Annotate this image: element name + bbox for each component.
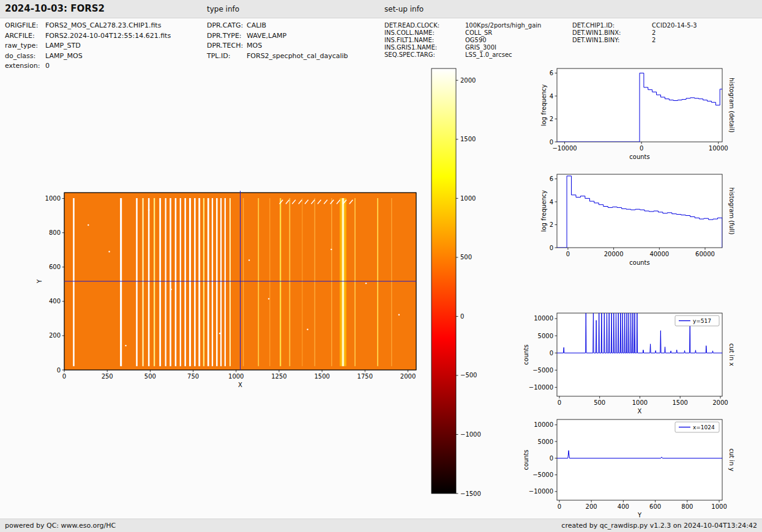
- svg-text:20000: 20000: [604, 251, 624, 257]
- svg-text:1500: 1500: [460, 136, 476, 142]
- chart-colorbar: 2000150010005000−500−1000−1500: [431, 68, 481, 497]
- svg-text:10000: 10000: [534, 315, 553, 322]
- svg-text:−5000: −5000: [532, 367, 553, 374]
- svg-text:0: 0: [566, 251, 570, 257]
- svg-text:−10000: −10000: [529, 488, 553, 495]
- svg-text:−500: −500: [460, 372, 477, 379]
- svg-text:250: 250: [102, 373, 113, 380]
- svg-text:0: 0: [550, 350, 553, 357]
- svg-text:5000: 5000: [538, 333, 553, 339]
- svg-text:2: 2: [550, 221, 553, 228]
- svg-text:2000: 2000: [712, 399, 728, 406]
- svg-text:Y: Y: [637, 512, 642, 519]
- svg-text:1000: 1000: [632, 399, 648, 406]
- svg-text:4: 4: [550, 199, 553, 205]
- svg-text:histogram (detail): histogram (detail): [728, 78, 735, 133]
- svg-text:X: X: [238, 382, 242, 388]
- svg-text:6: 6: [550, 175, 553, 182]
- svg-text:5000: 5000: [538, 438, 553, 445]
- svg-text:counts: counts: [523, 449, 529, 470]
- svg-text:1000: 1000: [711, 503, 727, 510]
- svg-text:x=1024: x=1024: [693, 424, 715, 430]
- svg-text:200: 200: [49, 332, 61, 339]
- svg-text:log frequency: log frequency: [540, 190, 547, 232]
- svg-text:−1500: −1500: [460, 490, 481, 497]
- svg-text:cut in y: cut in y: [728, 448, 735, 471]
- svg-text:histogram (full): histogram (full): [728, 187, 735, 234]
- qc-figure: 0250500750100012501500175020000200400600…: [0, 0, 762, 520]
- svg-text:0: 0: [640, 145, 643, 152]
- svg-text:1250: 1250: [271, 373, 286, 380]
- chart-hist-full: 02000040000600000246countslog frequencyh…: [540, 174, 735, 266]
- svg-text:0: 0: [550, 245, 553, 251]
- svg-text:0: 0: [460, 313, 464, 320]
- svg-text:counts: counts: [629, 259, 649, 266]
- svg-text:log frequency: log frequency: [540, 84, 547, 127]
- svg-text:−1000: −1000: [460, 431, 481, 438]
- footer-powered-by: powered by QC: www.eso.org/HC: [5, 522, 116, 530]
- chart-cut-y: 02004006008001000−10000−50000500010000Yc…: [523, 419, 735, 519]
- svg-text:1500: 1500: [314, 373, 329, 380]
- svg-text:0: 0: [62, 373, 66, 380]
- svg-text:1000: 1000: [45, 195, 61, 202]
- svg-text:10000: 10000: [709, 145, 728, 152]
- svg-text:750: 750: [187, 373, 199, 380]
- svg-text:cut in x: cut in x: [728, 343, 735, 366]
- svg-text:y=517: y=517: [693, 318, 711, 324]
- svg-text:10000: 10000: [534, 421, 553, 428]
- svg-text:0: 0: [558, 399, 561, 406]
- footer-bar: powered by QC: www.eso.org/HC created by…: [0, 519, 762, 532]
- svg-text:600: 600: [649, 503, 661, 510]
- svg-text:800: 800: [49, 229, 61, 236]
- svg-text:800: 800: [681, 503, 693, 510]
- svg-text:0: 0: [550, 139, 553, 146]
- svg-text:1000: 1000: [228, 373, 244, 380]
- svg-text:0: 0: [550, 455, 553, 462]
- footer-created-by: created by qc_rawdisp.py v1.2.3 on 2024-…: [561, 522, 757, 530]
- svg-text:counts: counts: [523, 344, 529, 364]
- svg-text:600: 600: [49, 264, 61, 270]
- svg-text:Y: Y: [36, 279, 43, 284]
- svg-text:−10000: −10000: [529, 384, 553, 391]
- svg-text:0: 0: [57, 367, 61, 374]
- svg-text:X: X: [638, 408, 642, 415]
- svg-text:400: 400: [618, 503, 629, 510]
- chart-raw-image: 0250500750100012501500175020000200400600…: [36, 191, 416, 388]
- svg-text:−5000: −5000: [532, 471, 553, 478]
- svg-text:40000: 40000: [649, 251, 669, 257]
- svg-text:2000: 2000: [400, 373, 416, 380]
- chart-cut-x: 0500100015002000−10000−50000500010000Xco…: [523, 313, 735, 415]
- svg-text:1750: 1750: [357, 373, 373, 380]
- svg-text:2: 2: [550, 116, 553, 122]
- svg-text:400: 400: [49, 298, 61, 305]
- svg-text:1500: 1500: [672, 399, 687, 406]
- svg-text:60000: 60000: [695, 251, 715, 257]
- svg-text:500: 500: [594, 399, 605, 406]
- svg-text:2000: 2000: [460, 77, 476, 84]
- svg-text:500: 500: [144, 373, 156, 380]
- svg-text:counts: counts: [629, 153, 649, 160]
- svg-text:6: 6: [550, 70, 553, 76]
- svg-text:0: 0: [558, 503, 561, 510]
- chart-hist-detail: −100000100000246countslog frequencyhisto…: [540, 68, 735, 160]
- svg-text:200: 200: [586, 503, 597, 510]
- svg-text:−10000: −10000: [552, 145, 577, 152]
- svg-text:4: 4: [550, 93, 553, 100]
- svg-text:1000: 1000: [460, 195, 476, 202]
- svg-text:500: 500: [460, 254, 472, 260]
